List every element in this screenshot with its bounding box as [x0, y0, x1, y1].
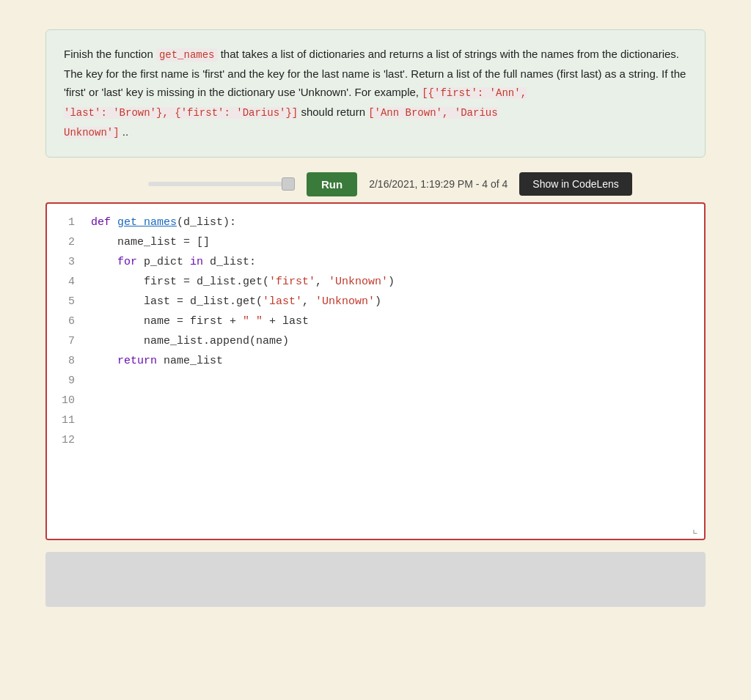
code-content[interactable]: def get_names(d_list): name_list = [] fo… — [84, 213, 704, 510]
code-line-8: return name_list — [91, 351, 697, 371]
codelens-button[interactable]: Show in CodeLens — [519, 172, 632, 196]
code-line-12 — [91, 430, 697, 450]
code-area: 1 2 3 4 5 6 7 8 9 10 11 12 def get_names… — [47, 204, 704, 519]
slider-container[interactable] — [148, 182, 295, 186]
desc-should-return: should return — [298, 106, 368, 118]
code-line-2: name_list = [] — [91, 232, 697, 252]
resize-handle[interactable]: ⌞ — [47, 519, 704, 539]
desc-end: .. — [120, 125, 129, 138]
code-line-1: def get_names(d_list): — [91, 213, 697, 232]
resize-icon: ⌞ — [692, 522, 698, 536]
code-line-11 — [91, 410, 697, 430]
code-line-10 — [91, 391, 697, 410]
function-name-inline: get_names — [156, 48, 218, 62]
run-button[interactable]: Run — [307, 172, 357, 196]
code-line-6: name = first + " " + last — [91, 312, 697, 331]
code-line-5: last = d_list.get('last', 'Unknown') — [91, 292, 697, 312]
output-box — [45, 552, 706, 607]
code-editor: 1 2 3 4 5 6 7 8 9 10 11 12 def get_names… — [45, 202, 706, 540]
description-box: Finish the function get_names that takes… — [45, 29, 706, 158]
main-container: Finish the function get_names that takes… — [45, 29, 706, 607]
line-numbers: 1 2 3 4 5 6 7 8 9 10 11 12 — [47, 213, 84, 510]
toolbar: Run 2/16/2021, 1:19:29 PM - 4 of 4 Show … — [45, 172, 706, 196]
code-line-3: for p_dict in d_list: — [91, 252, 697, 272]
code-line-4: first = d_list.get('first', 'Unknown') — [91, 272, 697, 292]
code-line-7: name_list.append(name) — [91, 331, 697, 351]
step-slider[interactable] — [148, 182, 295, 186]
code-line-9 — [91, 371, 697, 391]
desc-text-before: Finish the function — [64, 48, 156, 60]
timestamp-label: 2/16/2021, 1:19:29 PM - 4 of 4 — [369, 178, 508, 190]
